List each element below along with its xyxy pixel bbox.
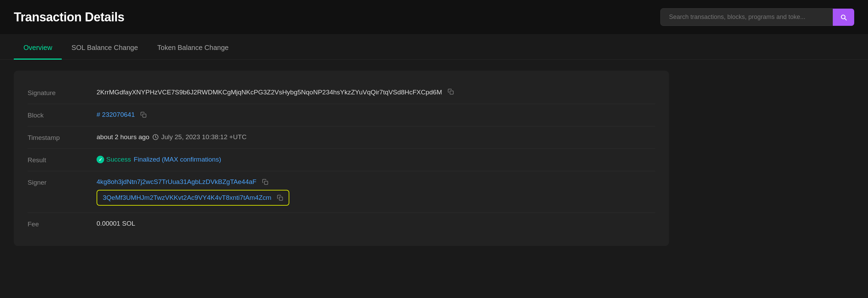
tabs-bar: Overview SOL Balance Change Token Balanc… — [0, 37, 868, 60]
finalized-text: Finalized (MAX confirmations) — [134, 156, 221, 163]
svg-rect-0 — [450, 91, 453, 94]
signer-label: Signer — [28, 178, 97, 186]
search-button[interactable] — [833, 9, 854, 26]
success-icon — [97, 156, 104, 163]
signer-2-copy-icon[interactable] — [277, 195, 283, 201]
result-row: Result Success Finalized (MAX confirmati… — [28, 149, 655, 171]
signature-value: 2KrrMGdfayXNYPHzVCE7S9b6J2RWDMKCgMjqNKcP… — [97, 89, 655, 96]
signer-address-1[interactable]: 4kg8oh3jdNtn7j2wcS7TrUua31AgbLzDVkBZgTAe… — [97, 178, 257, 186]
success-text: Success — [106, 156, 131, 163]
timestamp-label: Timestamp — [28, 133, 97, 142]
block-value: # 232070641 — [97, 111, 655, 119]
result-value: Success Finalized (MAX confirmations) — [97, 156, 655, 163]
signature-copy-icon[interactable] — [448, 89, 454, 95]
timestamp-detail: July 25, 2023 10:38:12 +UTC — [152, 133, 247, 141]
signer-value: 4kg8oh3jdNtn7j2wcS7TrUua31AgbLzDVkBZgTAe… — [97, 178, 655, 206]
fee-value: 0.00001 SOL — [97, 220, 655, 227]
page-title: Transaction Details — [14, 10, 124, 24]
block-row: Block # 232070641 — [28, 104, 655, 126]
signer-address-2[interactable]: 3QeMf3UMHJm2TwzVKKvt2Ac9VY4K4vT8xnti7tAm… — [103, 194, 271, 202]
signer-item-2-highlighted: 3QeMf3UMHJm2TwzVKKvt2Ac9VY4K4vT8xnti7tAm… — [97, 190, 289, 206]
signature-label: Signature — [28, 89, 97, 97]
search-input[interactable] — [660, 8, 833, 26]
timestamp-value: about 2 hours ago July 25, 2023 10:38:12… — [97, 133, 655, 141]
signature-text: 2KrrMGdfayXNYPHzVCE7S9b6J2RWDMKCgMjqNKcP… — [97, 89, 442, 96]
block-link[interactable]: # 232070641 — [97, 111, 135, 119]
tab-overview[interactable]: Overview — [14, 37, 62, 60]
svg-rect-4 — [279, 197, 283, 201]
block-copy-icon[interactable] — [140, 112, 147, 118]
main-content: Signature 2KrrMGdfayXNYPHzVCE7S9b6J2RWDM… — [0, 60, 868, 257]
clock-icon — [152, 134, 159, 141]
result-label: Result — [28, 156, 97, 164]
search-area — [660, 8, 854, 26]
svg-rect-3 — [264, 181, 268, 185]
details-card: Signature 2KrrMGdfayXNYPHzVCE7S9b6J2RWDM… — [14, 71, 669, 246]
timestamp-absolute: July 25, 2023 10:38:12 +UTC — [161, 133, 247, 141]
fee-amount: 0.00001 SOL — [97, 220, 135, 227]
signer-column: 4kg8oh3jdNtn7j2wcS7TrUua31AgbLzDVkBZgTAe… — [97, 178, 289, 206]
signer-item-1: 4kg8oh3jdNtn7j2wcS7TrUua31AgbLzDVkBZgTAe… — [97, 178, 289, 186]
fee-row: Fee 0.00001 SOL — [28, 213, 655, 235]
block-label: Block — [28, 111, 97, 119]
timestamp-relative: about 2 hours ago — [97, 133, 149, 141]
header: Transaction Details — [0, 0, 868, 34]
timestamp-row: Timestamp about 2 hours ago July 25, 202… — [28, 126, 655, 149]
signature-row: Signature 2KrrMGdfayXNYPHzVCE7S9b6J2RWDM… — [28, 82, 655, 104]
signer-row: Signer 4kg8oh3jdNtn7j2wcS7TrUua31AgbLzDV… — [28, 171, 655, 213]
success-badge: Success — [97, 156, 131, 163]
search-icon — [840, 13, 847, 21]
tab-sol-balance-change[interactable]: SOL Balance Change — [62, 37, 148, 60]
svg-rect-1 — [143, 114, 146, 117]
fee-label: Fee — [28, 220, 97, 228]
signer-1-copy-icon[interactable] — [262, 179, 268, 185]
block-content: # 232070641 — [97, 111, 147, 119]
tab-token-balance-change[interactable]: Token Balance Change — [148, 37, 238, 60]
